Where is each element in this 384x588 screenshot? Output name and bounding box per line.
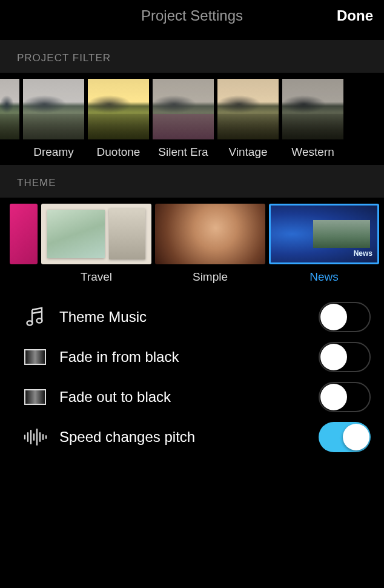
theme-strip[interactable]: Travel Simple News News (0, 198, 384, 284)
option-label: Speed changes pitch (59, 429, 319, 446)
page-title: Project Settings (141, 7, 243, 24)
fade-in-icon (22, 344, 48, 370)
filter-thumbnail (217, 79, 279, 139)
filter-label: Duotone (97, 145, 141, 159)
filter-strip[interactable]: Dreamy Duotone Silent Era Vintage Wester… (0, 73, 384, 159)
option-fade-in: Fade in from black (22, 337, 373, 377)
theme-label: News (310, 270, 339, 284)
fade-in-toggle[interactable] (319, 342, 371, 372)
filter-item-duotone[interactable]: Duotone (88, 79, 149, 159)
option-label: Fade out to black (59, 389, 319, 406)
filter-label: Vintage (228, 145, 267, 159)
theme-item[interactable] (10, 204, 38, 284)
theme-thumbnail (10, 204, 38, 264)
filter-label: Silent Era (158, 145, 208, 159)
theme-item-travel[interactable]: Travel (41, 204, 151, 284)
waveform-icon (22, 424, 48, 450)
theme-section: THEME Travel Simple News News (0, 165, 384, 284)
project-filter-header: PROJECT FILTER (0, 40, 384, 73)
filter-thumbnail (282, 79, 343, 139)
filter-item-vintage[interactable]: Vintage (217, 79, 279, 159)
speed-pitch-toggle[interactable] (319, 422, 371, 452)
theme-thumbnail: News (269, 204, 379, 264)
filter-thumbnail (23, 79, 84, 139)
theme-header: THEME (0, 165, 384, 198)
fade-out-icon (22, 384, 48, 410)
theme-item-simple[interactable]: Simple (155, 204, 265, 284)
filter-thumbnail (153, 79, 214, 139)
project-filter-section: PROJECT FILTER Dreamy Duotone Silent Era… (0, 40, 384, 159)
toggle-knob (320, 344, 347, 370)
filter-item[interactable] (0, 79, 19, 159)
theme-badge: News (354, 249, 372, 258)
done-button[interactable]: Done (337, 7, 373, 24)
theme-label: Travel (81, 270, 112, 284)
option-speed-pitch: Speed changes pitch (22, 417, 373, 457)
filter-thumbnail (0, 79, 19, 139)
filter-item-silent-era[interactable]: Silent Era (153, 79, 214, 159)
toggle-knob (320, 384, 347, 410)
theme-label: Simple (193, 270, 228, 284)
option-theme-music: Theme Music (22, 297, 373, 337)
option-label: Theme Music (59, 309, 319, 326)
music-icon (22, 304, 48, 330)
option-label: Fade in from black (59, 349, 319, 366)
theme-thumbnail (155, 204, 265, 264)
filter-thumbnail (88, 79, 149, 139)
filter-item-dreamy[interactable]: Dreamy (23, 79, 84, 159)
toggle-knob (343, 424, 369, 450)
filter-item-western[interactable]: Western (282, 79, 343, 159)
theme-item-news[interactable]: News News (269, 204, 379, 284)
option-fade-out: Fade out to black (22, 377, 373, 417)
fade-out-toggle[interactable] (319, 382, 371, 412)
theme-music-toggle[interactable] (319, 302, 371, 332)
filter-label: Dreamy (33, 145, 74, 159)
header: Project Settings Done (0, 0, 384, 34)
theme-thumbnail (41, 204, 151, 264)
toggle-knob (320, 304, 347, 330)
options-list: Theme Music Fade in from black Fade out … (0, 284, 384, 457)
filter-label: Western (291, 145, 334, 159)
